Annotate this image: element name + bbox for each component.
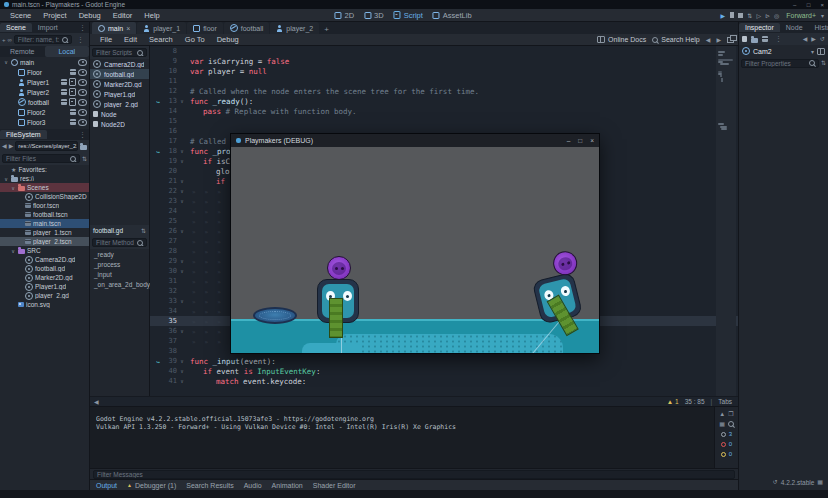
fs-row[interactable]: ∨SRC [0,246,89,255]
code-line[interactable]: 10var player = null [150,66,738,76]
line-number[interactable]: 19 [163,157,177,165]
fold-caret-icon[interactable]: ∨ [178,328,186,334]
fold-caret-icon[interactable]: ∨ [178,158,186,164]
resource-options-icon[interactable]: ⋮ [772,35,785,43]
line-number[interactable]: 36 [163,327,177,335]
line-number[interactable]: 15 [163,117,177,125]
object-docs-icon[interactable] [817,48,825,55]
fs-row[interactable]: player_1.tscn [0,228,89,237]
line-number[interactable]: 12 [163,87,177,95]
search-help-button[interactable]: Search Help [652,36,700,43]
script-row[interactable]: Camera2D.gd [90,59,149,69]
current-script-bar[interactable]: football.gd ⇅ [90,225,149,236]
window-close-button[interactable]: × [820,2,824,8]
local-button[interactable]: Local [45,46,90,57]
property-filter-input[interactable]: Filter Properties [741,59,819,68]
line-number[interactable]: 21 [163,177,177,185]
copy-icon[interactable]: ❒ [728,411,733,417]
method-row[interactable]: _ready [90,249,149,259]
script-icon[interactable] [69,98,76,106]
film-icon[interactable] [61,89,67,95]
new-resource-icon[interactable] [742,36,747,42]
menu-project[interactable]: Project [37,11,72,20]
menu-help[interactable]: Help [138,11,165,20]
code-line[interactable]: ↪39∨func _input(event): [150,356,738,366]
folder-icon[interactable] [80,145,87,150]
game-close-button[interactable]: × [590,137,594,144]
line-number[interactable]: 29 [163,257,177,265]
workspace-3d[interactable]: 3D [364,11,384,20]
edit-forward-icon[interactable]: ▶ [811,36,816,42]
game-viewport[interactable] [231,147,599,353]
scene-node-row[interactable]: Floor3 [0,117,89,127]
fs-row[interactable]: CollisionShape2D.gd [0,192,89,201]
menu-debug[interactable]: Debug [73,11,107,20]
tab-filesystem[interactable]: FileSystem [0,130,47,139]
film-icon[interactable] [61,99,67,105]
property-tools-icon[interactable]: ⇅ [821,60,826,66]
line-number[interactable]: 17 [163,137,177,145]
code-line[interactable]: 9var isCarrying = false [150,56,738,66]
line-number[interactable]: 13 [163,97,177,105]
instance-scene-button[interactable]: ∞ [8,37,12,43]
scene-filter-input[interactable]: Filter: name, t:type [14,35,72,44]
fs-row[interactable]: ∨Scenes [0,183,89,192]
code-line[interactable]: 11 [150,76,738,86]
code-line[interactable]: 40∨if event is InputEventKey: [150,366,738,376]
fs-row[interactable]: player_2.gd [0,291,89,300]
scene-node-row[interactable]: Player1 [0,77,89,87]
line-number[interactable]: 28 [163,247,177,255]
fs-row[interactable]: ∨res:// [0,174,89,183]
edited-object-row[interactable]: Cam2 ▾ [739,45,828,57]
line-number[interactable]: 33 [163,297,177,305]
sort-files-icon[interactable]: ⇅ [82,156,87,162]
window-maximize-button[interactable]: □ [807,2,811,8]
line-number[interactable]: 10 [163,67,177,75]
history-forward-icon[interactable]: ▶ [716,37,721,43]
scene-node-row[interactable]: Floor2 [0,107,89,117]
path-forward-icon[interactable]: ▶ [9,143,14,149]
bottom-tab-animation[interactable]: Animation [272,482,303,489]
expand-caret-icon[interactable]: ∨ [3,176,9,182]
line-number[interactable]: 37 [163,337,177,345]
eye-icon[interactable] [78,59,87,66]
film-icon[interactable] [61,79,67,85]
line-number[interactable]: 11 [163,77,177,85]
fs-row[interactable]: football.gd [0,264,89,273]
line-number[interactable]: 14 [163,107,177,115]
fold-caret-icon[interactable]: ∨ [178,298,186,304]
path-back-icon[interactable]: ◀ [2,143,7,149]
console-filter-warnings[interactable]: 0 [715,449,738,459]
scene-node-row[interactable]: Floor [0,67,89,77]
fs-row[interactable]: Marker2D.gd [0,273,89,282]
fold-caret-icon[interactable]: ∨ [178,198,186,204]
eye-icon[interactable] [78,99,87,106]
code-minimap[interactable] [716,46,736,396]
fold-caret-icon[interactable]: ∨ [178,148,186,154]
console-filter-messages[interactable]: 3 [715,429,738,439]
history-back-icon[interactable]: ◀ [706,37,711,43]
expand-caret-icon[interactable]: ∨ [10,248,16,254]
workspace-2d[interactable]: 2D [334,11,354,20]
window-minimize-button[interactable]: – [793,2,796,8]
line-number[interactable]: 40 [163,367,177,375]
load-resource-icon[interactable] [751,38,758,43]
workspace-assetlib[interactable]: AssetLib [433,11,472,20]
dock-options-icon[interactable]: ⋮ [76,24,89,32]
eye-icon[interactable] [78,89,87,96]
fold-caret-icon[interactable]: ∨ [178,188,186,194]
engine-version[interactable]: 4.2.2.stable [781,479,815,486]
line-number[interactable]: 18 [163,147,177,155]
line-number[interactable]: 22 [163,187,177,195]
clear-icon[interactable]: ▲ [719,411,725,417]
eye-icon[interactable] [78,79,87,86]
object-history-icon[interactable]: ↺ [820,36,825,42]
collapse-icon[interactable]: ▦ [719,421,725,427]
fold-caret-icon[interactable]: ∨ [178,368,186,374]
game-debug-window[interactable]: Playmakers (DEBUG) – □ × [230,133,600,354]
method-filter-input[interactable]: Filter Methods [92,238,147,247]
fold-caret-icon[interactable]: ∨ [178,228,186,234]
line-number[interactable]: 41 [163,377,177,385]
code-line[interactable]: 15 [150,116,738,126]
tab-scene[interactable]: Scene [0,23,32,32]
